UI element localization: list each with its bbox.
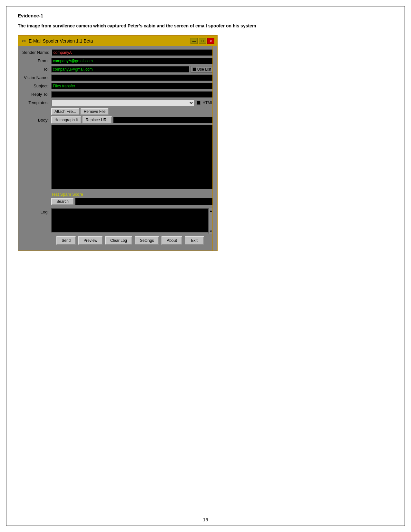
to-input[interactable] bbox=[51, 66, 189, 73]
reply-to-row: Reply To: bbox=[22, 91, 213, 98]
templates-label: Templates: bbox=[22, 100, 51, 105]
homograph-button[interactable]: Homograph It bbox=[51, 116, 81, 123]
from-input[interactable] bbox=[51, 58, 213, 64]
replace-url-button[interactable]: Replace URL bbox=[83, 116, 112, 123]
to-label: To: bbox=[22, 67, 51, 72]
evidence-title: Evidence-1 bbox=[18, 13, 393, 18]
file-toolbar-row: Attach File... Remove File bbox=[22, 108, 213, 115]
body-textarea[interactable] bbox=[51, 125, 213, 189]
victim-name-label: Victim Name: bbox=[22, 75, 51, 80]
homograph-input[interactable] bbox=[113, 117, 213, 123]
app-title: E-Mail Spoofer Version 1.1 Beta bbox=[29, 38, 93, 44]
body-row: Body: Homograph It Replace URL Test Spam… bbox=[22, 116, 213, 207]
to-row: To: Use List bbox=[22, 66, 213, 73]
from-label: From: bbox=[22, 58, 51, 63]
sender-name-input[interactable] bbox=[52, 49, 213, 56]
title-bar-left: ✉ E-Mail Spoofer Version 1.1 Beta bbox=[21, 38, 93, 44]
about-button[interactable]: About bbox=[161, 236, 182, 245]
victim-name-row: Victim Name: bbox=[22, 74, 213, 81]
subject-input[interactable] bbox=[51, 83, 213, 89]
remove-file-button[interactable]: Remove File bbox=[81, 108, 109, 115]
app-icon: ✉ bbox=[21, 38, 27, 44]
search-button[interactable]: Search bbox=[51, 198, 74, 205]
bottom-buttons: Send Preview Clear Log Settings About Ex… bbox=[22, 234, 213, 247]
test-spam-link[interactable]: Test Spam Score bbox=[51, 192, 83, 197]
log-label: Log: bbox=[22, 208, 51, 214]
body-label: Body: bbox=[22, 116, 51, 123]
preview-button[interactable]: Preview bbox=[78, 236, 103, 245]
send-button[interactable]: Send bbox=[56, 236, 76, 245]
html-label: HTML bbox=[202, 101, 213, 105]
templates-row: Templates: HTML bbox=[22, 100, 213, 106]
log-section: Log: ▲ ▼ bbox=[22, 208, 213, 234]
templates-select[interactable] bbox=[51, 100, 194, 106]
search-row: Search bbox=[51, 198, 213, 205]
sender-name-label: Sender Name: bbox=[22, 50, 52, 55]
form-area: Sender Name: From: To: Use List bbox=[18, 46, 217, 251]
title-bar-controls: — □ × bbox=[191, 38, 214, 44]
log-textarea-wrapper: ▲ ▼ bbox=[51, 208, 213, 234]
evidence-description: The image from survilence camera which c… bbox=[18, 23, 393, 29]
body-right-panel: Homograph It Replace URL Test Spam Score… bbox=[51, 116, 213, 207]
use-list-checkbox bbox=[192, 67, 196, 71]
exit-button[interactable]: Exit bbox=[185, 236, 204, 245]
window-scrollbar[interactable] bbox=[212, 46, 217, 251]
victim-name-input[interactable] bbox=[51, 74, 213, 81]
maximize-button[interactable]: □ bbox=[199, 38, 206, 44]
subject-label: Subject: bbox=[22, 84, 51, 88]
page-number: 16 bbox=[203, 517, 208, 522]
settings-button[interactable]: Settings bbox=[135, 236, 159, 245]
html-checkbox bbox=[197, 101, 201, 105]
minimize-button[interactable]: — bbox=[191, 38, 198, 44]
html-toggle[interactable]: HTML bbox=[197, 101, 213, 105]
subject-row: Subject: bbox=[22, 83, 213, 89]
clear-log-button[interactable]: Clear Log bbox=[105, 236, 132, 245]
use-list-button[interactable]: Use List bbox=[191, 66, 213, 73]
log-textarea[interactable] bbox=[51, 208, 209, 232]
reply-to-input[interactable] bbox=[51, 91, 213, 98]
close-button[interactable]: × bbox=[207, 38, 214, 44]
app-window: ✉ E-Mail Spoofer Version 1.1 Beta — □ × … bbox=[18, 35, 218, 251]
attach-file-button[interactable]: Attach File... bbox=[51, 108, 79, 115]
title-bar: ✉ E-Mail Spoofer Version 1.1 Beta — □ × bbox=[18, 36, 217, 46]
search-input[interactable] bbox=[75, 198, 213, 205]
reply-to-label: Reply To: bbox=[22, 92, 51, 97]
from-row: From: bbox=[22, 58, 213, 64]
homograph-row: Homograph It Replace URL bbox=[51, 116, 213, 123]
sender-name-row: Sender Name: bbox=[22, 49, 213, 56]
